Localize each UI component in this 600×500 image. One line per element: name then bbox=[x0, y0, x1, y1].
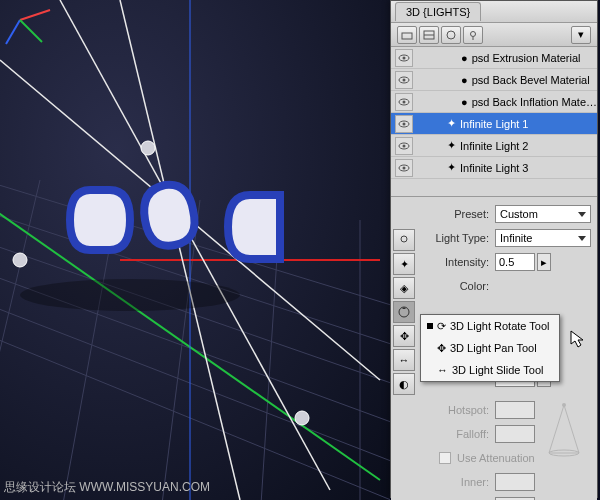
panel-menu-icon[interactable]: ▾ bbox=[571, 26, 591, 44]
tool-light-pan[interactable]: ✥ bbox=[393, 325, 415, 347]
svg-point-31 bbox=[403, 56, 406, 59]
3d-panel: 3D {LIGHTS} ▾ ●psd Extrusion Material●ps… bbox=[390, 0, 598, 498]
layer-name: Infinite Light 2 bbox=[460, 140, 597, 152]
material-icon: ● bbox=[461, 96, 468, 108]
svg-point-45 bbox=[562, 403, 566, 407]
tool-light-slide[interactable]: ↔ bbox=[393, 349, 415, 371]
svg-line-16 bbox=[120, 0, 240, 500]
flyout-label: 3D Light Slide Tool bbox=[452, 364, 544, 376]
filter-materials-icon[interactable] bbox=[441, 26, 461, 44]
panel-tab[interactable]: 3D {LIGHTS} bbox=[395, 2, 481, 21]
layer-row[interactable]: ✦Infinite Light 2 bbox=[391, 135, 597, 157]
light-type-dropdown[interactable]: Infinite bbox=[495, 229, 591, 247]
svg-line-21 bbox=[20, 10, 50, 20]
svg-point-37 bbox=[403, 122, 406, 125]
inner-input bbox=[495, 473, 535, 491]
layer-name: psd Back Bevel Material bbox=[472, 74, 597, 86]
hotspot-label: Hotspot: bbox=[419, 404, 495, 416]
tool-light-point[interactable]: ✦ bbox=[393, 253, 415, 275]
light-icon: ✦ bbox=[447, 117, 456, 130]
tool-light-spot[interactable]: ◈ bbox=[393, 277, 415, 299]
flyout-item[interactable]: ✥3D Light Pan Tool bbox=[421, 337, 559, 359]
selected-marker-icon bbox=[427, 323, 433, 329]
light-type-label: Light Type: bbox=[419, 232, 495, 244]
layer-name: psd Back Inflation Material bbox=[472, 96, 597, 108]
watermark: 思缘设计论坛 WWW.MISSYUAN.COM bbox=[4, 479, 210, 496]
visibility-icon[interactable] bbox=[395, 137, 413, 155]
svg-point-35 bbox=[403, 100, 406, 103]
light-icon: ✦ bbox=[447, 161, 456, 174]
tool-icon: ⟳ bbox=[437, 320, 446, 333]
svg-point-39 bbox=[403, 144, 406, 147]
light-tool-flyout: ⟳3D Light Rotate Tool✥3D Light Pan Tool↔… bbox=[420, 314, 560, 382]
svg-rect-24 bbox=[402, 33, 412, 39]
preset-dropdown[interactable]: Custom bbox=[495, 205, 591, 223]
intensity-stepper[interactable]: ▸ bbox=[537, 253, 551, 271]
filter-meshes-icon[interactable] bbox=[419, 26, 439, 44]
svg-point-42 bbox=[401, 236, 407, 242]
cursor-icon bbox=[570, 330, 588, 348]
tool-light-rotate[interactable] bbox=[393, 301, 415, 323]
filter-lights-icon[interactable] bbox=[463, 26, 483, 44]
flyout-label: 3D Light Pan Tool bbox=[450, 342, 537, 354]
intensity-label: Intensity: bbox=[419, 256, 495, 268]
filter-scene-icon[interactable] bbox=[397, 26, 417, 44]
visibility-icon[interactable] bbox=[395, 93, 413, 111]
svg-line-5 bbox=[0, 320, 390, 500]
layer-name: Infinite Light 1 bbox=[460, 118, 597, 130]
attenuation-label: Use Attenuation bbox=[451, 452, 535, 464]
flyout-label: 3D Light Rotate Tool bbox=[450, 320, 549, 332]
svg-line-3 bbox=[0, 290, 390, 480]
svg-point-41 bbox=[403, 166, 406, 169]
layer-list: ●psd Extrusion Material●psd Back Bevel M… bbox=[391, 47, 597, 197]
svg-line-23 bbox=[20, 20, 42, 42]
svg-point-33 bbox=[403, 78, 406, 81]
tool-icon: ✥ bbox=[437, 342, 446, 355]
viewport-scene bbox=[0, 0, 390, 500]
tool-icon: ↔ bbox=[437, 364, 448, 376]
material-icon: ● bbox=[461, 52, 468, 64]
falloff-input bbox=[495, 425, 535, 443]
flyout-item[interactable]: ↔3D Light Slide Tool bbox=[421, 359, 559, 381]
material-icon: ● bbox=[461, 74, 468, 86]
visibility-icon[interactable] bbox=[395, 159, 413, 177]
3d-viewport[interactable]: 思缘设计论坛 WWW.MISSYUAN.COM bbox=[0, 0, 390, 500]
svg-point-28 bbox=[471, 31, 476, 36]
hotspot-input bbox=[495, 401, 535, 419]
preset-label: Preset: bbox=[419, 208, 495, 220]
svg-line-22 bbox=[6, 20, 20, 44]
panel-titlebar: 3D {LIGHTS} bbox=[391, 1, 597, 23]
layer-row[interactable]: ●psd Back Bevel Material bbox=[391, 69, 597, 91]
tool-light-toggle[interactable]: ◐ bbox=[393, 373, 415, 395]
layer-row[interactable]: ●psd Extrusion Material bbox=[391, 47, 597, 69]
attenuation-checkbox[interactable] bbox=[439, 452, 451, 464]
flyout-item[interactable]: ⟳3D Light Rotate Tool bbox=[421, 315, 559, 337]
inner-label: Inner: bbox=[419, 476, 495, 488]
light-cone-icon bbox=[545, 403, 583, 457]
layer-row[interactable]: ✦Infinite Light 1 bbox=[391, 113, 597, 135]
svg-point-19 bbox=[295, 411, 309, 425]
svg-point-27 bbox=[447, 31, 455, 39]
svg-point-20 bbox=[20, 279, 240, 311]
visibility-icon[interactable] bbox=[395, 115, 413, 133]
panel-toolbar: ▾ bbox=[391, 23, 597, 47]
layer-row[interactable]: ✦Infinite Light 3 bbox=[391, 157, 597, 179]
layer-name: psd Extrusion Material bbox=[472, 52, 597, 64]
light-icon: ✦ bbox=[447, 139, 456, 152]
falloff-label: Falloff: bbox=[419, 428, 495, 440]
intensity-input[interactable]: 0.5 bbox=[495, 253, 535, 271]
svg-point-18 bbox=[141, 141, 155, 155]
layer-row[interactable]: ●psd Back Inflation Material bbox=[391, 91, 597, 113]
tool-new-light[interactable] bbox=[393, 229, 415, 251]
svg-point-17 bbox=[13, 253, 27, 267]
light-toolstrip: ✦ ◈ ✥ ↔ ◐ bbox=[393, 229, 415, 397]
layer-name: Infinite Light 3 bbox=[460, 162, 597, 174]
color-label: Color: bbox=[419, 280, 495, 292]
visibility-icon[interactable] bbox=[395, 49, 413, 67]
visibility-icon[interactable] bbox=[395, 71, 413, 89]
